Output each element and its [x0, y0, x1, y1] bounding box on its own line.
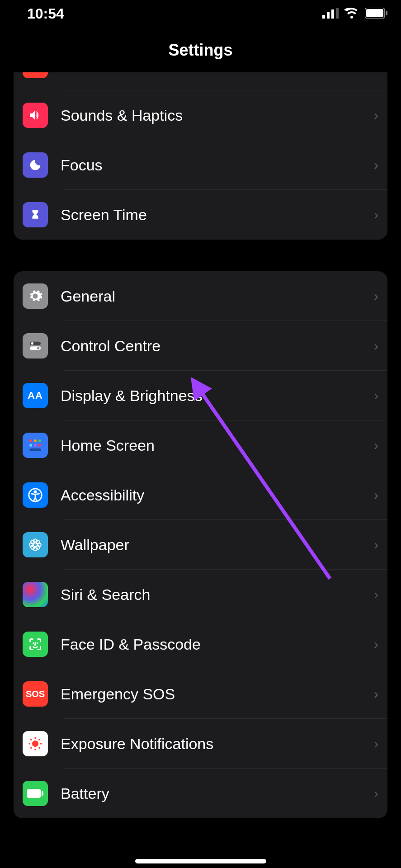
text-size-icon: AA [23, 383, 48, 408]
page-title: Settings [0, 41, 401, 60]
chevron-right-icon: › [374, 637, 378, 652]
flower-icon [23, 532, 48, 557]
hourglass-icon [23, 202, 48, 227]
chevron-right-icon: › [374, 438, 378, 453]
settings-row-accessibility[interactable]: Accessibility › [14, 470, 387, 520]
svg-point-37 [38, 747, 40, 749]
svg-point-33 [40, 743, 42, 745]
settings-row-wallpaper[interactable]: Wallpaper › [14, 520, 387, 570]
svg-rect-12 [34, 439, 37, 442]
settings-row-battery[interactable]: Battery › [14, 769, 387, 818]
svg-rect-6 [386, 11, 387, 15]
svg-point-30 [34, 737, 36, 739]
svg-point-32 [28, 743, 30, 745]
cellular-icon [322, 5, 339, 22]
svg-point-8 [31, 342, 33, 344]
svg-rect-1 [327, 12, 330, 19]
chevron-right-icon: › [374, 587, 378, 602]
status-indicators [322, 5, 387, 22]
svg-point-29 [32, 741, 38, 747]
svg-point-34 [30, 739, 32, 741]
settings-row-general[interactable]: General › [14, 271, 387, 321]
row-label: Exposure Notifications [61, 735, 374, 753]
row-label: Sounds & Haptics [61, 107, 374, 124]
exposure-icon [23, 731, 48, 756]
toggles-icon [23, 333, 48, 359]
settings-row-notifications[interactable]: Notifications › [14, 72, 387, 90]
chevron-right-icon: › [374, 736, 378, 751]
status-bar: 10:54 [0, 0, 401, 27]
siri-icon [23, 582, 48, 607]
row-label: Focus [61, 156, 374, 174]
settings-row-screentime[interactable]: Screen Time › [14, 190, 387, 240]
chevron-right-icon: › [374, 72, 378, 73]
faceid-icon [23, 632, 48, 657]
svg-rect-14 [29, 444, 32, 447]
bell-icon [23, 72, 48, 78]
settings-row-focus[interactable]: Focus › [14, 140, 387, 190]
gear-icon [23, 283, 48, 309]
chevron-right-icon: › [374, 487, 378, 503]
row-label: Emergency SOS [61, 685, 374, 703]
row-label: Display & Brightness [61, 387, 374, 405]
row-label: Notifications [61, 72, 374, 75]
battery-icon [23, 781, 48, 806]
moon-icon [23, 152, 48, 178]
chevron-right-icon: › [374, 108, 378, 123]
settings-row-exposure[interactable]: Exposure Notifications › [14, 719, 387, 769]
settings-row-homescreen[interactable]: Home Screen › [14, 420, 387, 470]
settings-row-display[interactable]: AA Display & Brightness › [14, 371, 387, 420]
svg-rect-39 [42, 791, 43, 796]
svg-point-35 [38, 739, 40, 741]
svg-rect-11 [29, 439, 32, 442]
svg-rect-38 [27, 789, 41, 798]
settings-section-2: General › Control Centre › AA Display & … [14, 271, 387, 818]
svg-rect-2 [331, 9, 334, 19]
settings-section-1: Notifications › Sounds & Haptics › Focus… [14, 72, 387, 240]
svg-rect-5 [366, 9, 383, 17]
svg-point-19 [34, 491, 36, 493]
sos-icon: SOS [23, 681, 48, 707]
settings-row-faceid[interactable]: Face ID & Passcode › [14, 619, 387, 669]
svg-rect-15 [34, 444, 37, 447]
svg-point-10 [37, 347, 39, 349]
chevron-right-icon: › [374, 288, 378, 304]
accessibility-icon [23, 482, 48, 508]
svg-rect-17 [29, 448, 41, 451]
svg-rect-0 [322, 15, 325, 19]
svg-rect-3 [336, 8, 339, 19]
row-label: Battery [61, 785, 374, 802]
chevron-right-icon: › [374, 537, 378, 552]
row-label: Wallpaper [61, 536, 374, 554]
row-label: Accessibility [61, 486, 374, 504]
chevron-right-icon: › [374, 338, 378, 354]
row-label: Siri & Search [61, 586, 374, 604]
battery-icon [365, 5, 387, 22]
chevron-right-icon: › [374, 786, 378, 801]
chevron-right-icon: › [374, 157, 378, 173]
svg-point-36 [30, 747, 32, 749]
settings-row-sounds[interactable]: Sounds & Haptics › [14, 90, 387, 140]
grid-icon [23, 433, 48, 458]
settings-row-siri[interactable]: Siri & Search › [14, 570, 387, 619]
chevron-right-icon: › [374, 207, 378, 222]
svg-point-31 [34, 749, 36, 750]
row-label: Home Screen [61, 437, 374, 454]
row-label: General [61, 288, 374, 305]
speaker-icon [23, 103, 48, 128]
svg-rect-13 [38, 439, 41, 442]
home-indicator[interactable] [135, 859, 266, 863]
settings-row-sos[interactable]: SOS Emergency SOS › [14, 669, 387, 719]
chevron-right-icon: › [374, 388, 378, 403]
row-label: Face ID & Passcode [61, 636, 374, 653]
settings-row-control-centre[interactable]: Control Centre › [14, 321, 387, 371]
row-label: Screen Time [61, 206, 374, 224]
wifi-icon [344, 5, 359, 22]
status-time: 10:54 [27, 5, 64, 22]
svg-rect-16 [38, 444, 41, 447]
row-label: Control Centre [61, 337, 374, 355]
chevron-right-icon: › [374, 686, 378, 702]
settings-list[interactable]: Notifications › Sounds & Haptics › Focus… [0, 72, 401, 868]
